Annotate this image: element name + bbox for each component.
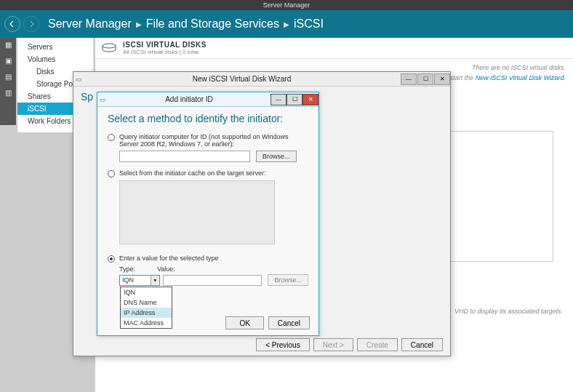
radio-query-label: Query initiator computer for ID (not sup…: [119, 133, 308, 148]
hint-create: disk, start the New iSCSI Virtual Disk W…: [435, 74, 566, 81]
allservers-icon[interactable]: ▤: [4, 73, 12, 81]
radio-cache-label: Select from the initiator cache on the t…: [119, 169, 266, 177]
minimize-button[interactable]: —: [401, 73, 417, 85]
dropdown-option-ipaddress[interactable]: IP Address: [121, 308, 172, 318]
cancel-button[interactable]: Cancel: [401, 338, 443, 351]
next-button[interactable]: Next >: [313, 338, 353, 351]
dialog-cancel-button[interactable]: Cancel: [268, 316, 310, 329]
chevron-icon: ▶: [136, 20, 142, 28]
section-header: iSCSI VIRTUAL DISKS All iSCSI virtual di…: [95, 38, 573, 59]
dialog-titlebar[interactable]: ▭ Add initiator ID — ☐ ✕: [97, 92, 318, 107]
dialog-title: Add initiator ID: [108, 95, 271, 103]
section-subtitle: All iSCSI virtual disks | 0 total: [123, 49, 207, 55]
sidebar-item-servers[interactable]: Servers: [17, 41, 93, 53]
dialog-close-button[interactable]: ✕: [302, 94, 318, 105]
svg-point-0: [103, 44, 116, 48]
initiator-cache-list[interactable]: [119, 180, 275, 244]
value-label: Value:: [157, 265, 175, 273]
type-select[interactable]: IQN ▼ IQN DNS Name IP Address MAC Addres…: [119, 275, 160, 286]
browse-button[interactable]: Browse...: [256, 151, 297, 162]
type-selected-value: IQN: [122, 276, 134, 284]
sidebar-item-volumes[interactable]: Volumes: [17, 53, 93, 65]
wizard-footer: < Previous Next > Create Cancel: [256, 338, 443, 351]
close-button[interactable]: ✕: [434, 73, 450, 85]
dialog-icon: ▭: [97, 96, 108, 103]
hint-nodisks: There are no iSCSI virtual disks.: [472, 64, 566, 71]
add-initiator-dialog: ▭ Add initiator ID — ☐ ✕ Select a method…: [97, 92, 319, 336]
wizard-title: New iSCSI Virtual Disk Wizard: [84, 75, 400, 83]
radio-enter-label: Enter a value for the selected type: [119, 255, 219, 262]
back-button[interactable]: [4, 16, 20, 32]
query-computer-input[interactable]: [119, 151, 250, 162]
section-title: iSCSI VIRTUAL DISKS: [123, 41, 207, 49]
maximize-button[interactable]: ☐: [417, 73, 433, 85]
forward-button[interactable]: [23, 16, 39, 32]
left-rail: ▦ ▣ ▤ ▥: [0, 38, 16, 125]
dropdown-option-macaddress[interactable]: MAC Address: [121, 318, 172, 328]
dialog-maximize-button[interactable]: ☐: [286, 94, 302, 105]
hint-target: VHD to display its associated targets.: [454, 308, 563, 315]
header-ribbon: Server Manager ▶ File and Storage Servic…: [0, 10, 573, 38]
breadcrumb-leaf[interactable]: iSCSI: [294, 17, 324, 31]
radio-query-computer[interactable]: [108, 134, 115, 141]
breadcrumb-mid[interactable]: File and Storage Services: [146, 17, 279, 31]
wizard-icon: ▭: [73, 76, 84, 83]
dropdown-option-iqn[interactable]: IQN: [121, 287, 172, 297]
breadcrumb: Server Manager ▶ File and Storage Servic…: [48, 17, 324, 31]
dialog-footer: OK Cancel: [225, 316, 310, 329]
servers-icon[interactable]: ▣: [4, 57, 12, 65]
storage-icon[interactable]: ▥: [4, 89, 12, 97]
app-title-bar: Server Manager: [0, 0, 573, 10]
radio-cache[interactable]: [108, 170, 115, 177]
dialog-minimize-button[interactable]: —: [271, 94, 286, 105]
wizard-titlebar[interactable]: ▭ New iSCSI Virtual Disk Wizard — ☐ ✕: [73, 72, 450, 87]
dropdown-option-dnsname[interactable]: DNS Name: [121, 297, 172, 308]
type-label: Type:: [119, 265, 135, 273]
new-wizard-link[interactable]: New iSCSI Virtual Disk Wizard: [476, 74, 564, 81]
previous-button[interactable]: < Previous: [256, 338, 310, 351]
chevron-icon: ▶: [284, 20, 289, 28]
ok-button[interactable]: OK: [225, 316, 263, 329]
type-dropdown: IQN DNS Name IP Address MAC Address: [120, 287, 172, 329]
value-input[interactable]: [163, 275, 263, 286]
dashboard-icon[interactable]: ▦: [4, 41, 12, 49]
create-button[interactable]: Create: [357, 338, 398, 351]
radio-enter-value[interactable]: [108, 255, 115, 263]
dropdown-arrow-icon: ▼: [151, 276, 159, 285]
value-browse-button[interactable]: Browse...: [268, 274, 308, 286]
disk-icon: [100, 41, 119, 55]
dialog-heading: Select a method to identify the initiato…: [108, 113, 308, 124]
breadcrumb-root[interactable]: Server Manager: [48, 17, 132, 31]
